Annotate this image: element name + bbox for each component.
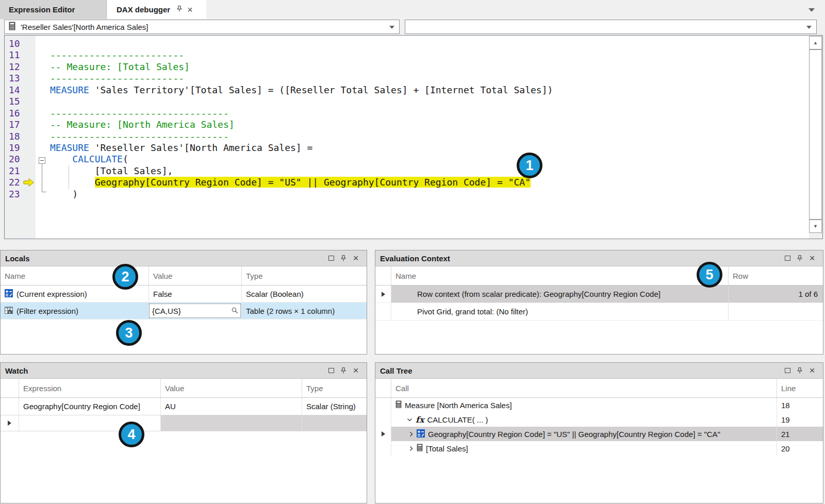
locals-row-current-expression[interactable]: (Current expression) False Scalar (Boole… bbox=[1, 285, 367, 303]
filter-value-cell[interactable]: {CA,US} bbox=[149, 304, 241, 318]
maximize-icon[interactable] bbox=[325, 253, 337, 264]
code-lines: 10 11------------------------ 12-- Measu… bbox=[5, 38, 808, 200]
expression-icon bbox=[5, 289, 13, 299]
callout-badge-1: 1 bbox=[517, 153, 542, 178]
locals-title: Locals bbox=[5, 254, 30, 263]
watch-title: Watch bbox=[5, 366, 28, 375]
tab-expression-editor-label: Expression Editor bbox=[9, 5, 75, 14]
chevron-down-icon[interactable] bbox=[407, 417, 412, 422]
watch-expression: Geography[Country Region Code] bbox=[23, 402, 140, 411]
pin-icon[interactable] bbox=[176, 5, 183, 14]
watch-header: Expression Value Type bbox=[1, 379, 367, 398]
code-line: 12-- Measure: [Total Sales] bbox=[5, 61, 808, 73]
locals-row-filter-expression[interactable]: fx (Filter expression) {CA,US} Table (2 … bbox=[1, 303, 367, 320]
code-line: 15 bbox=[5, 96, 808, 107]
watch-new-row[interactable] bbox=[1, 415, 367, 431]
call-tree-row-calculate[interactable]: fx CALCULATE( ... ) 19 bbox=[375, 412, 823, 427]
maximize-icon[interactable] bbox=[781, 253, 794, 264]
code-line: 18-------------------------------- bbox=[5, 131, 808, 142]
pin-icon[interactable] bbox=[794, 365, 806, 376]
tab-list-chevron-down-icon[interactable] bbox=[808, 8, 815, 12]
close-icon[interactable]: × bbox=[350, 365, 362, 376]
tab-dax-debugger[interactable]: DAX debugger × bbox=[107, 0, 206, 19]
close-icon[interactable]: × bbox=[187, 6, 193, 13]
line-number: 19 bbox=[5, 142, 36, 154]
evaluation-context-title: Evaluation Context bbox=[380, 254, 450, 263]
call-tree-row-total-sales[interactable]: [Total Sales] 20 bbox=[375, 441, 823, 456]
chevron-right-icon[interactable] bbox=[409, 431, 414, 437]
callout-badge-2: 2 bbox=[112, 264, 138, 290]
pin-icon[interactable] bbox=[794, 253, 806, 264]
line-number: 21 bbox=[5, 165, 36, 177]
code-line: 23 ) bbox=[5, 189, 808, 200]
code-line: 17-- Measure: [North America Sales] bbox=[5, 119, 808, 130]
scroll-down-icon[interactable]: ▼ bbox=[809, 220, 822, 233]
call-line-number: 18 bbox=[781, 401, 790, 410]
magnifier-icon[interactable] bbox=[232, 307, 238, 315]
tab-expression-editor[interactable]: Expression Editor bbox=[0, 0, 107, 19]
pin-icon[interactable] bbox=[337, 253, 350, 264]
column-header-expression[interactable]: Expression bbox=[19, 379, 161, 397]
expression-selector-value: 'Reseller Sales'[North America Sales] bbox=[21, 23, 148, 31]
chevron-right-icon[interactable] bbox=[409, 446, 414, 451]
evaluation-context-header: Name Row bbox=[375, 266, 823, 285]
line-number: 15 bbox=[5, 96, 36, 107]
pin-icon[interactable] bbox=[337, 365, 350, 376]
callout-badge-4: 4 bbox=[119, 422, 144, 447]
highlighted-expression: Geography[Country Region Code] = "US" ||… bbox=[95, 177, 531, 188]
close-icon[interactable]: × bbox=[806, 253, 818, 264]
call-tree-row-predicate[interactable]: Geography[Country Region Code] = "US" ||… bbox=[375, 427, 823, 441]
current-statement-arrow-icon bbox=[23, 178, 35, 189]
scroll-up-icon[interactable]: ▲ bbox=[809, 36, 822, 49]
evaluation-context-row[interactable]: Row context (from scalar predicate): Geo… bbox=[375, 285, 823, 303]
code-line: 21 [Total Sales], bbox=[5, 165, 808, 177]
expression-selector-combobox[interactable]: 'Reseller Sales'[North America Sales] bbox=[4, 20, 400, 34]
watch-type: Scalar (String) bbox=[306, 402, 356, 411]
close-icon[interactable]: × bbox=[350, 253, 362, 264]
locals-title-bar: Locals × bbox=[1, 250, 367, 266]
column-header-line[interactable]: Line bbox=[777, 379, 823, 397]
callout-badge-5: 5 bbox=[697, 262, 722, 288]
column-header-value[interactable]: Value bbox=[149, 266, 242, 285]
code-line: 14MEASURE 'Sales Territory'[Total Sales]… bbox=[5, 85, 808, 96]
secondary-combobox[interactable] bbox=[405, 20, 817, 34]
column-header-value[interactable]: Value bbox=[161, 379, 302, 397]
column-header-call[interactable]: Call bbox=[391, 379, 777, 397]
watch-title-bar: Watch × bbox=[1, 363, 367, 379]
context-row-count: 1 of 6 bbox=[798, 290, 818, 298]
call-tree-title-bar: Call Tree × bbox=[375, 363, 823, 379]
line-number: 13 bbox=[5, 73, 36, 84]
editor-scrollbar[interactable]: ▲ ▼ bbox=[809, 36, 822, 239]
row-marker-icon bbox=[8, 421, 11, 426]
calculator-icon bbox=[417, 444, 423, 453]
scrollbar-thumb[interactable] bbox=[809, 49, 822, 220]
close-icon[interactable]: × bbox=[806, 365, 818, 376]
watch-panel: Watch × Expression Value Type Geography[… bbox=[0, 362, 367, 503]
context-name: Pivot Grid, grand total: (No filter) bbox=[417, 307, 528, 316]
line-number: 11 bbox=[5, 49, 36, 61]
svg-text:fx: fx bbox=[7, 309, 13, 314]
call-label: CALCULATE( ... ) bbox=[427, 415, 488, 424]
locals-row-type: Table (2 rows × 1 column) bbox=[246, 307, 335, 315]
column-header-type[interactable]: Type bbox=[242, 266, 367, 285]
watch-row[interactable]: Geography[Country Region Code] AU Scalar… bbox=[1, 398, 367, 415]
column-header-row[interactable]: Row bbox=[729, 266, 823, 285]
line-number: 20 bbox=[5, 154, 36, 165]
column-header-name[interactable]: Name bbox=[391, 266, 729, 285]
code-editor[interactable]: 10 11------------------------ 12-- Measu… bbox=[4, 35, 823, 239]
calculator-icon bbox=[9, 22, 15, 32]
callout-badge-3: 3 bbox=[116, 320, 142, 346]
call-label: [Total Sales] bbox=[426, 444, 468, 453]
maximize-icon[interactable] bbox=[325, 365, 337, 376]
code-line: 13------------------------ bbox=[5, 73, 808, 84]
call-tree-row-measure[interactable]: Measure [North America Sales] 18 bbox=[375, 398, 823, 412]
call-label: Measure [North America Sales] bbox=[405, 401, 512, 410]
code-fold-collapse-icon[interactable] bbox=[39, 157, 45, 164]
column-header-type[interactable]: Type bbox=[302, 379, 367, 397]
dax-debugger-window: Expression Editor DAX debugger × 'Resell… bbox=[0, 0, 825, 504]
maximize-icon[interactable] bbox=[781, 365, 794, 376]
row-marker-icon bbox=[382, 431, 385, 436]
evaluation-context-row[interactable]: Pivot Grid, grand total: (No filter) bbox=[375, 303, 823, 321]
tab-dax-debugger-label: DAX debugger bbox=[117, 5, 170, 14]
chevron-down-icon bbox=[806, 26, 812, 29]
